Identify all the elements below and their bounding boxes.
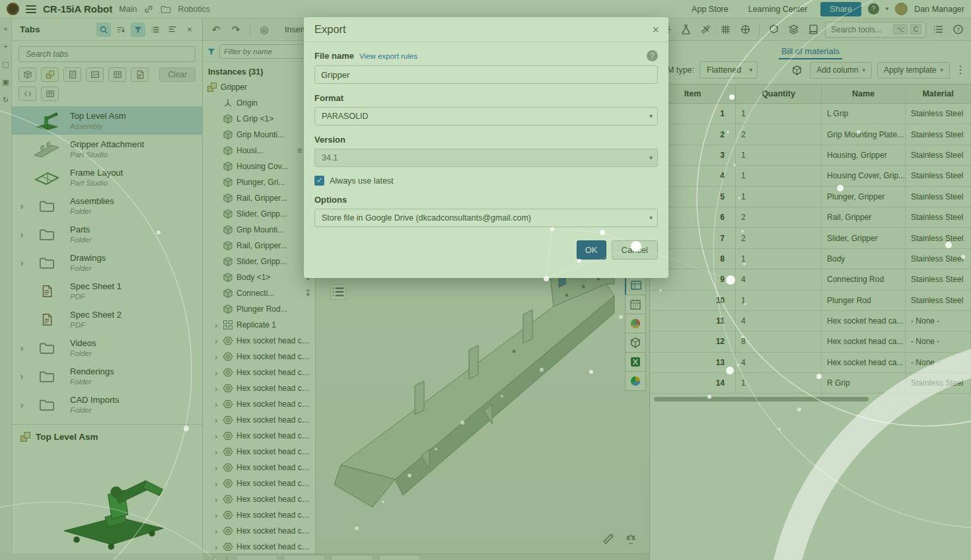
- dialog-header: Export: [304, 17, 668, 42]
- export-dialog: Export File name View export rules Forma…: [304, 17, 668, 278]
- dialog-help-icon[interactable]: [647, 50, 658, 61]
- dialog-title: Export: [314, 23, 346, 36]
- file-name-label: File name: [314, 51, 354, 61]
- always-use-latest-checkbox[interactable]: Always use latest: [314, 176, 658, 186]
- chevron-down-icon: [649, 113, 653, 120]
- close-icon[interactable]: [652, 24, 659, 36]
- chevron-down-icon: [649, 155, 653, 161]
- options-select[interactable]: Store file in Google Drive (dkcadconsult…: [314, 209, 658, 227]
- app-root: CR-15iA Robot Main Robotics App Store Le…: [0, 0, 971, 560]
- view-export-rules-link[interactable]: View export rules: [359, 52, 417, 60]
- chevron-down-icon: [649, 215, 653, 221]
- ok-button[interactable]: OK: [577, 240, 606, 260]
- file-name-input[interactable]: [314, 65, 658, 84]
- format-label: Format: [314, 93, 658, 103]
- cancel-button[interactable]: Cancel: [612, 240, 658, 260]
- dialog-body: File name View export rules Format PARAS…: [304, 42, 668, 278]
- version-value: 34.1: [322, 153, 338, 162]
- options-value: Store file in Google Drive (dkcadconsult…: [322, 213, 531, 223]
- checkbox-checked-icon: [314, 176, 324, 186]
- options-label: Options: [314, 195, 658, 205]
- version-label: Version: [314, 135, 658, 145]
- format-select[interactable]: PARASOLID: [314, 107, 658, 125]
- format-value: PARASOLID: [322, 112, 369, 121]
- always-use-latest-label: Always use latest: [330, 176, 394, 186]
- version-select[interactable]: 34.1: [314, 149, 658, 167]
